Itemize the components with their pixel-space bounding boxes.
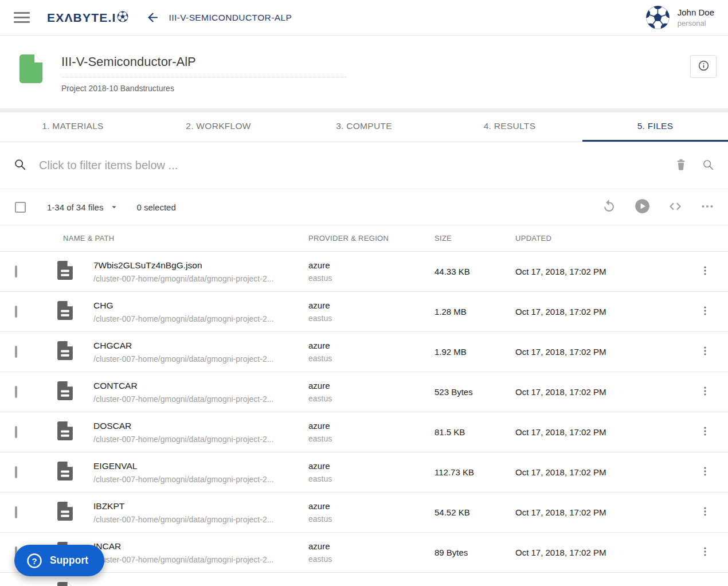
row-menu-button[interactable]: [699, 385, 711, 399]
file-icon: [57, 312, 73, 322]
search-submit-button[interactable]: [702, 159, 714, 173]
table-row: CHGCAR /cluster-007-home/gmogni/data/gmo…: [0, 332, 728, 372]
row-checkbox[interactable]: [15, 386, 17, 398]
soccer-ball-logo-icon: [117, 11, 128, 25]
file-provider: azure: [308, 341, 435, 350]
workflow-tabs: 1. MATERIALS 2. WORKFLOW 3. COMPUTE 4. R…: [0, 112, 728, 142]
row-checkbox[interactable]: [15, 466, 17, 478]
more-horizontal-icon: [700, 200, 714, 215]
menu-icon[interactable]: [14, 12, 30, 23]
file-region: eastus: [308, 354, 435, 363]
row-menu-button[interactable]: [699, 345, 711, 358]
refresh-button[interactable]: [602, 199, 616, 215]
code-view-button[interactable]: [668, 200, 682, 215]
exabyte-logo[interactable]: EXΛBYTE.I: [47, 10, 128, 25]
tab-materials[interactable]: 1. MATERIALS: [0, 112, 146, 142]
file-region: eastus: [308, 514, 435, 524]
file-region: eastus: [308, 434, 435, 443]
row-menu-button[interactable]: [699, 425, 711, 439]
avatar[interactable]: [645, 5, 670, 30]
col-header-size[interactable]: SIZE: [435, 234, 515, 243]
table-row: IBZKPT /cluster-007-home/gmogni/data/gmo…: [0, 493, 728, 533]
section-divider: [0, 108, 728, 112]
project-title[interactable]: III-V-Semiconductor-AlP: [61, 54, 346, 77]
row-menu-button[interactable]: [699, 265, 711, 278]
file-provider: azure: [308, 501, 435, 511]
support-button[interactable]: ? Support: [14, 545, 104, 576]
code-brackets-icon: [668, 200, 682, 215]
more-vertical-icon: [699, 425, 711, 439]
run-button[interactable]: [635, 198, 650, 216]
file-name[interactable]: CONTCAR: [93, 381, 308, 391]
user-name: John Doe: [678, 7, 714, 17]
file-icon: [57, 513, 73, 522]
file-table-body: 7Wbis2GLSuTz4nBgG.json /cluster-007-home…: [0, 252, 728, 586]
info-icon: [698, 60, 710, 73]
tab-compute[interactable]: 3. COMPUTE: [291, 112, 437, 142]
file-name[interactable]: CHGCAR: [93, 341, 308, 351]
file-region: eastus: [308, 474, 435, 483]
file-region: eastus: [308, 314, 435, 323]
info-button[interactable]: [690, 55, 717, 78]
filter-bar: [0, 142, 728, 189]
tab-files[interactable]: 5. FILES: [582, 112, 728, 142]
file-name[interactable]: INCAR: [93, 541, 308, 552]
file-path: /cluster-007-home/gmogni/data/gmogni-pro…: [93, 555, 308, 564]
file-name[interactable]: DOSCAR: [93, 421, 308, 431]
back-arrow-icon[interactable]: [146, 10, 160, 25]
trash-icon: [675, 158, 687, 173]
row-checkbox[interactable]: [15, 426, 17, 438]
file-path: /cluster-007-home/gmogni/data/gmogni-pro…: [93, 475, 308, 484]
table-row: DOSCAR /cluster-007-home/gmogni/data/gmo…: [0, 412, 728, 452]
table-row: CHG /cluster-007-home/gmogni/data/gmogni…: [0, 292, 728, 332]
file-path: /cluster-007-home/gmogni/data/gmogni-pro…: [93, 314, 308, 323]
more-vertical-icon: [699, 345, 711, 358]
file-size: 81.5 KB: [435, 427, 515, 437]
play-circle-icon: [635, 198, 650, 216]
file-provider: azure: [308, 421, 435, 431]
file-updated: Oct 17, 2018, 17:02 PM: [515, 387, 682, 397]
row-checkbox[interactable]: [15, 346, 17, 358]
file-name[interactable]: CHG: [93, 300, 308, 311]
row-menu-button[interactable]: [699, 546, 711, 559]
file-provider: azure: [308, 461, 435, 471]
svg-text:?: ?: [32, 556, 37, 565]
file-name[interactable]: EIGENVAL: [93, 461, 308, 471]
row-checkbox[interactable]: [15, 265, 17, 278]
row-menu-button[interactable]: [699, 305, 711, 318]
table-header-row: NAME & PATH PROVIDER & REGION SIZE UPDAT…: [0, 225, 728, 252]
help-question-icon: ?: [26, 552, 43, 569]
file-size: 44.33 KB: [435, 267, 515, 276]
file-size: 1.92 MB: [435, 347, 515, 357]
filter-input[interactable]: [39, 159, 675, 172]
breadcrumb: III-V-SEMICONDUCTOR-ALP: [169, 13, 292, 23]
row-checkbox[interactable]: [15, 306, 17, 318]
file-name[interactable]: IBZKPT: [93, 501, 308, 511]
file-size: 89 Bytes: [435, 548, 515, 557]
search-icon: [14, 158, 26, 173]
more-vertical-icon: [699, 305, 711, 318]
row-checkbox[interactable]: [15, 506, 17, 518]
select-all-checkbox[interactable]: [15, 202, 26, 213]
more-vertical-icon: [699, 265, 711, 278]
row-menu-button[interactable]: [699, 506, 711, 519]
more-vertical-icon: [699, 466, 711, 479]
table-row: EIGENVAL /cluster-007-home/gmogni/data/g…: [0, 452, 728, 493]
file-updated: Oct 17, 2018, 17:02 PM: [515, 267, 682, 276]
clear-filter-button[interactable]: [675, 158, 687, 173]
file-size: 523 Bytes: [435, 387, 515, 397]
file-name[interactable]: 7Wbis2GLSuTz4nBgG.json: [93, 260, 308, 271]
col-header-updated[interactable]: UPDATED: [515, 234, 682, 243]
file-provider: azure: [308, 381, 435, 390]
tab-workflow[interactable]: 2. WORKFLOW: [146, 112, 291, 142]
col-header-name-path[interactable]: NAME & PATH: [42, 234, 308, 243]
row-menu-button[interactable]: [699, 466, 711, 479]
file-updated: Oct 17, 2018, 17:02 PM: [515, 467, 682, 477]
file-count-label: 1-34 of 34 files: [47, 202, 103, 212]
table-row: 7Wbis2GLSuTz4nBgG.json /cluster-007-home…: [0, 252, 728, 292]
pagination-dropdown[interactable]: 1-34 of 34 files: [47, 202, 119, 212]
more-actions-button[interactable]: [700, 200, 714, 215]
file-icon: [57, 472, 73, 482]
col-header-provider-region[interactable]: PROVIDER & REGION: [308, 234, 435, 243]
tab-results[interactable]: 4. RESULTS: [437, 112, 582, 142]
